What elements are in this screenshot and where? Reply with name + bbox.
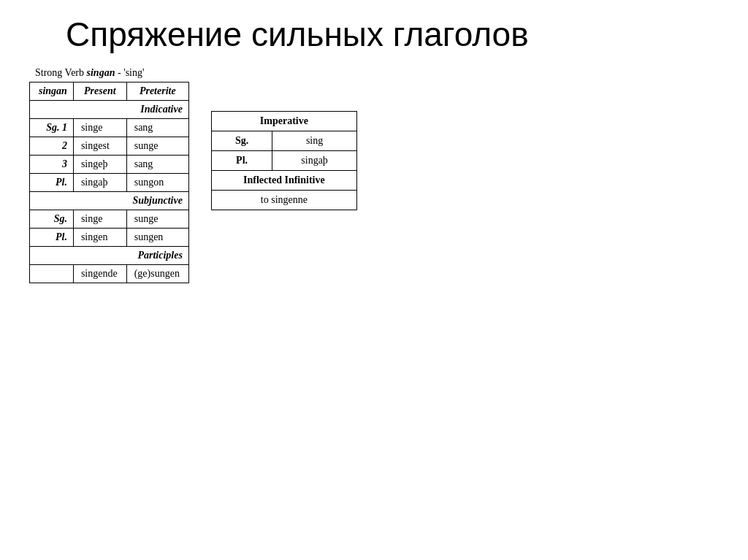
col-preterite: Preterite: [126, 83, 188, 101]
subtitle-verb: singan: [87, 67, 115, 78]
pl-ind-preterite: sungon: [126, 174, 188, 192]
sg1-label: Sg. 1: [30, 119, 74, 137]
page: Спряжение сильных глаголов Strong Verb s…: [0, 0, 748, 560]
sg-subj-label: Sg.: [30, 210, 74, 229]
infinitive-value: to singenne: [211, 191, 356, 210]
infinitive-header-row: Inflected Infinitive: [211, 171, 356, 191]
table-row: to singenne: [211, 191, 356, 210]
participles-header-row: Participles: [30, 247, 189, 265]
subtitle-translation: 'sing': [123, 67, 144, 78]
infinitive-label: Inflected Infinitive: [211, 171, 356, 191]
main-title: Спряжение сильных глаголов: [66, 15, 529, 54]
sg3-label: 3: [30, 156, 74, 174]
part-label: [30, 265, 74, 283]
table-row: Pl. singaþ sungon: [30, 174, 189, 192]
part-preterite: (ge)sungen: [126, 265, 188, 283]
table-row: singende (ge)sungen: [30, 265, 189, 283]
pl-subj-preterite: sungen: [126, 229, 188, 247]
table-row: Pl. singen sungen: [30, 229, 189, 247]
col-present: Present: [73, 83, 126, 101]
sg-subj-present: singe: [73, 210, 126, 229]
sg2-present: singest: [73, 137, 126, 156]
part-present: singende: [73, 265, 126, 283]
subjunctive-label: Subjunctive: [30, 192, 189, 210]
table-row: Pl. singaþ: [211, 151, 356, 171]
sg2-label: 2: [30, 137, 74, 156]
imperative-header-row: Imperative: [211, 112, 356, 131]
table-row: 3 singeþ sang: [30, 156, 189, 174]
table-row: Sg. sing: [211, 131, 356, 151]
sg1-present: singe: [73, 119, 126, 137]
imp-pl-value: singaþ: [272, 151, 357, 171]
pl-subj-present: singen: [73, 229, 126, 247]
subtitle-prefix: Strong Verb: [35, 67, 84, 78]
col-singan: singan: [30, 83, 74, 101]
imp-sg-value: sing: [272, 131, 357, 151]
left-section: Strong Verb singan - 'sing' singan Prese…: [29, 67, 189, 283]
table-row: Sg. 1 singe sang: [30, 119, 189, 137]
indicative-label: Indicative: [30, 101, 189, 119]
pl-ind-label: Pl.: [30, 174, 74, 192]
pl-subj-label: Pl.: [30, 229, 74, 247]
table-row: 2 singest sunge: [30, 137, 189, 156]
sg2-preterite: sunge: [126, 137, 188, 156]
sg3-preterite: sang: [126, 156, 188, 174]
main-table: singan Present Preterite Indicative Sg. …: [29, 82, 189, 283]
participles-label: Participles: [30, 247, 189, 265]
indicative-header-row: Indicative: [30, 101, 189, 119]
subjunctive-header-row: Subjunctive: [30, 192, 189, 210]
imp-pl-label: Pl.: [211, 151, 272, 171]
right-section: Imperative Sg. sing Pl. singaþ Inflected…: [211, 111, 357, 210]
subtitle: Strong Verb singan - 'sing': [35, 67, 145, 79]
sg-subj-preterite: sunge: [126, 210, 188, 229]
imperative-table: Imperative Sg. sing Pl. singaþ Inflected…: [211, 111, 357, 210]
imp-sg-label: Sg.: [211, 131, 272, 151]
pl-ind-present: singaþ: [73, 174, 126, 192]
sg3-present: singeþ: [73, 156, 126, 174]
sg1-preterite: sang: [126, 119, 188, 137]
imperative-label: Imperative: [211, 112, 356, 131]
table-header-row: singan Present Preterite: [30, 83, 189, 101]
content-area: Strong Verb singan - 'sing' singan Prese…: [29, 67, 719, 283]
table-row: Sg. singe sunge: [30, 210, 189, 229]
